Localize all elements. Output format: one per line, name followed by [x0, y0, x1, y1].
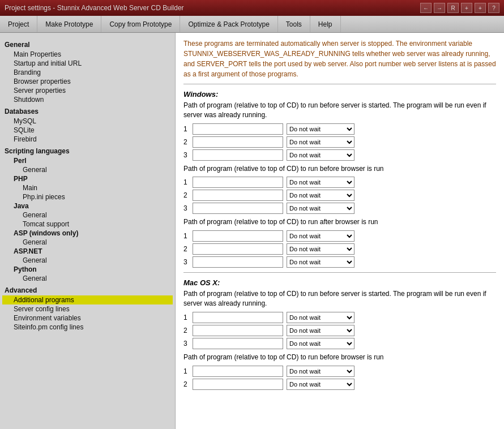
windows-after-browser-select-3[interactable]: Do not waitWaitWait for exit: [287, 256, 354, 268]
macos-before-browser-input-1[interactable]: [193, 366, 283, 377]
sidebar-item-additional-programs[interactable]: Additional programs: [2, 295, 173, 304]
sidebar-item-browser-properties[interactable]: Browser properties: [2, 77, 173, 86]
menu-make-prototype[interactable]: Make Prototype: [37, 16, 101, 32]
info-text: These programs are terminated automatica…: [183, 38, 496, 84]
windows-after-browser-input-1[interactable]: [193, 230, 283, 242]
sidebar-item-server-properties[interactable]: Server properties: [2, 86, 173, 95]
macos-before-server-row-3: 3 Do not waitWaitWait for exit: [183, 338, 496, 349]
menu-project[interactable]: Project: [0, 16, 37, 32]
row-num-3: 3: [183, 151, 193, 159]
macos-before-server-select-1[interactable]: Do not waitWaitWait for exit: [287, 312, 354, 323]
row-num-c2: 2: [183, 245, 193, 253]
sidebar-item-asp[interactable]: ASP (windows only): [2, 229, 173, 238]
extra-button[interactable]: +: [475, 3, 486, 13]
windows-before-browser-input-3[interactable]: [193, 203, 283, 214]
windows-before-browser-select-1[interactable]: Do not waitWaitWait for exit: [287, 177, 354, 188]
sidebar: General Main Properties Startup and init…: [0, 33, 176, 429]
row-num-mb1: 1: [183, 367, 193, 375]
windows-before-server-select-3[interactable]: Do not waitWaitWait for exit: [287, 149, 354, 161]
main-layout: General Main Properties Startup and init…: [0, 33, 504, 429]
group-scripting: Scripting languages: [2, 146, 173, 156]
sidebar-item-main-properties[interactable]: Main Properties: [2, 50, 173, 59]
macos-before-browser-desc: Path of program (relative to top of CD) …: [183, 353, 496, 362]
separator-1: [183, 272, 496, 273]
sidebar-item-php-ini[interactable]: Php.ini pieces: [2, 192, 173, 201]
menu-optimize-pack[interactable]: Optimize & Pack Prototype: [180, 16, 277, 32]
help-button[interactable]: ?: [488, 3, 499, 13]
content-area: These programs are terminated automatica…: [176, 33, 504, 429]
row-num-c3: 3: [183, 258, 193, 266]
sidebar-item-startup[interactable]: Startup and initial URL: [2, 59, 173, 68]
menu-tools[interactable]: Tools: [278, 16, 310, 32]
macos-before-browser-input-2[interactable]: [193, 379, 283, 390]
sidebar-item-php[interactable]: PHP: [2, 174, 173, 183]
sidebar-item-python-general[interactable]: General: [2, 274, 173, 283]
row-num-2: 2: [183, 138, 193, 146]
windows-after-browser-desc: Path of program (relative to top of CD) …: [183, 217, 496, 227]
macos-before-browser-select-2[interactable]: Do not waitWaitWait for exit: [287, 379, 354, 390]
nav-back-button[interactable]: ←: [420, 3, 432, 13]
windows-after-browser-select-1[interactable]: Do not waitWaitWait for exit: [287, 230, 354, 242]
sidebar-item-server-config[interactable]: Server config lines: [2, 304, 173, 314]
group-advanced: Advanced: [2, 285, 173, 295]
group-databases: Databases: [2, 106, 173, 117]
sidebar-item-asp-general[interactable]: General: [2, 238, 173, 247]
windows-before-server-input-3[interactable]: [193, 149, 283, 161]
macos-before-server-input-2[interactable]: [193, 325, 283, 336]
sidebar-item-aspnet-general[interactable]: General: [2, 256, 173, 265]
sidebar-item-siteinfo[interactable]: Siteinfo.pm config lines: [2, 323, 173, 332]
sidebar-item-env-vars[interactable]: Environment variables: [2, 314, 173, 323]
macos-before-server-select-2[interactable]: Do not waitWaitWait for exit: [287, 325, 354, 336]
row-num-m3: 3: [183, 340, 193, 348]
windows-before-server-input-1[interactable]: [193, 123, 283, 135]
windows-before-browser-input-2[interactable]: [193, 190, 283, 201]
sidebar-item-perl[interactable]: Perl: [2, 156, 173, 165]
sidebar-item-sqlite[interactable]: SQLite: [2, 126, 173, 135]
row-num-b2: 2: [183, 191, 193, 199]
sidebar-item-perl-general[interactable]: General: [2, 165, 173, 174]
macos-before-server-desc: Path of program (relative to top of CD) …: [183, 289, 496, 308]
windows-title: Windows:: [183, 90, 496, 98]
windows-after-browser-input-2[interactable]: [193, 243, 283, 255]
macos-before-server-select-3[interactable]: Do not waitWaitWait for exit: [287, 338, 354, 349]
windows-before-server-desc: Path of program (relative to top of CD) …: [183, 101, 496, 120]
window-title: Project settings - Stunnix Advanced Web …: [5, 4, 184, 12]
windows-before-server-select-1[interactable]: Do not waitWaitWait for exit: [287, 123, 354, 135]
windows-before-browser-input-1[interactable]: [193, 177, 283, 188]
macos-before-server-input-3[interactable]: [193, 338, 283, 349]
row-num-mb2: 2: [183, 380, 193, 388]
windows-before-browser-row-1: 1 Do not waitWaitWait for exit: [183, 177, 496, 188]
sidebar-item-branding[interactable]: Branding: [2, 68, 173, 77]
windows-before-server-input-2[interactable]: [193, 136, 283, 148]
windows-before-browser-select-2[interactable]: Do not waitWaitWait for exit: [287, 190, 354, 201]
macos-before-browser-select-1[interactable]: Do not waitWaitWait for exit: [287, 366, 354, 377]
menu-help[interactable]: Help: [310, 16, 341, 32]
sidebar-item-mysql[interactable]: MySQL: [2, 117, 173, 126]
sidebar-item-firebird[interactable]: Firebird: [2, 135, 173, 144]
windows-before-server-select-2[interactable]: Do not waitWaitWait for exit: [287, 136, 354, 148]
windows-before-browser-select-3[interactable]: Do not waitWaitWait for exit: [287, 203, 354, 214]
windows-after-browser-select-2[interactable]: Do not waitWaitWait for exit: [287, 243, 354, 255]
sidebar-item-python[interactable]: Python: [2, 265, 173, 274]
windows-before-server-row-3: 3 Do not waitWaitWait for exit: [183, 149, 496, 161]
windows-after-browser-row-1: 1 Do not waitWaitWait for exit: [183, 230, 496, 242]
sidebar-item-java-general[interactable]: General: [2, 211, 173, 220]
macos-before-browser-row-2: 2 Do not waitWaitWait for exit: [183, 379, 496, 390]
sidebar-item-shutdown[interactable]: Shutdown: [2, 95, 173, 104]
row-num-m1: 1: [183, 314, 193, 321]
sidebar-item-tomcat[interactable]: Tomcat support: [2, 220, 173, 229]
windows-after-browser-input-3[interactable]: [193, 256, 283, 268]
windows-before-browser-desc: Path of program (relative to top of CD) …: [183, 164, 496, 174]
menu-copy-from-prototype[interactable]: Copy from Prototype: [101, 16, 180, 32]
sidebar-item-php-main[interactable]: Main: [2, 183, 173, 192]
macos-before-server-row-2: 2 Do not waitWaitWait for exit: [183, 325, 496, 336]
sidebar-item-java[interactable]: Java: [2, 201, 173, 211]
menu-bar: Project Make Prototype Copy from Prototy…: [0, 16, 504, 33]
refresh-button[interactable]: R: [447, 3, 459, 13]
sidebar-item-aspnet[interactable]: ASP.NET: [2, 247, 173, 256]
row-num-1: 1: [183, 125, 193, 133]
add-button[interactable]: +: [461, 3, 472, 13]
title-bar-buttons: ← → R + + ?: [420, 3, 499, 13]
macos-before-server-input-1[interactable]: [193, 312, 283, 323]
nav-forward-button[interactable]: →: [434, 3, 445, 13]
